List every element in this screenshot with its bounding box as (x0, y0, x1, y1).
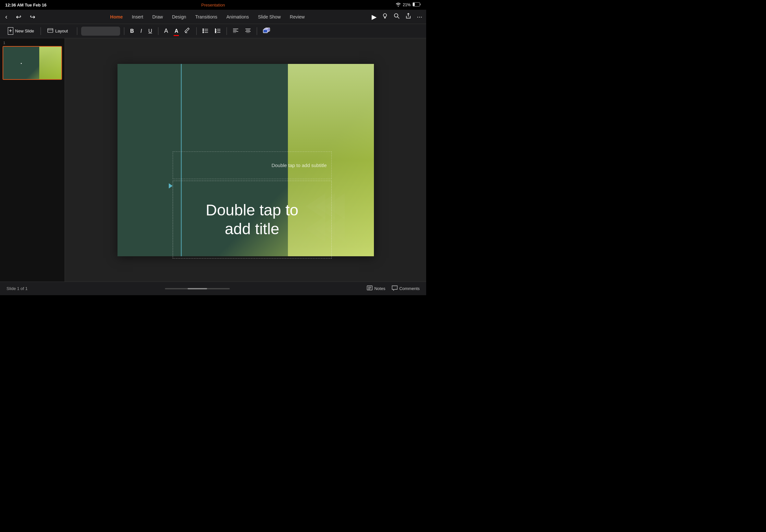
share-button[interactable] (405, 13, 412, 21)
svg-rect-31 (263, 30, 267, 33)
svg-point-4 (395, 14, 398, 17)
toolbar-divider-7 (257, 27, 257, 35)
tab-draw[interactable]: Draw (148, 13, 167, 21)
title-placeholder: Double tap toadd title (202, 198, 302, 241)
underline-button[interactable]: U (146, 27, 154, 35)
toolbar-divider-3 (124, 27, 124, 35)
undo-button[interactable]: ↩ (15, 12, 23, 22)
canvas-area[interactable]: Double tap to add subtitle Double tap to… (65, 38, 426, 282)
font-color-button[interactable]: A (173, 27, 180, 35)
comments-button[interactable]: Comments (392, 285, 420, 292)
bottom-actions: Notes Comments (367, 285, 420, 292)
status-bar: 12:36 AM Tue Feb 16 Presentation 21% (0, 0, 426, 10)
svg-rect-2 (420, 4, 421, 5)
layout-button[interactable]: Layout (45, 27, 70, 35)
highlight-button[interactable] (183, 26, 192, 36)
bullet-list-button[interactable] (201, 27, 210, 36)
lightbulb-button[interactable] (382, 13, 388, 21)
slide-thumbnail[interactable] (3, 46, 62, 80)
status-time: 12:36 AM Tue Feb 16 (5, 3, 46, 7)
toolbar-divider-6 (226, 27, 227, 35)
menu-bar: ‹ ↩ ↪ Home Insert Draw Design Transition… (0, 10, 426, 24)
notes-button[interactable]: Notes (367, 285, 385, 292)
font-size-button[interactable]: A (162, 26, 170, 36)
new-slide-button[interactable]: + New Slide (5, 26, 37, 36)
battery-icon: 21% (403, 3, 411, 7)
tab-animations[interactable]: Animations (222, 13, 252, 21)
scroll-bar-area (28, 288, 367, 289)
align-left-button[interactable] (231, 27, 240, 35)
new-slide-label: New Slide (15, 29, 34, 33)
bottom-bar: Slide 1 of 1 Notes Comment (0, 282, 426, 295)
app-title: Presentation (201, 3, 225, 7)
title-text-box[interactable]: Double tap toadd title (173, 181, 332, 259)
comments-icon (392, 285, 398, 292)
status-icons: 21% (396, 2, 421, 7)
bold-button[interactable]: B (128, 27, 136, 35)
main-layout: 1 (0, 38, 426, 282)
notes-label: Notes (374, 286, 385, 291)
menu-actions: ▶ ··· (371, 13, 422, 21)
subtitle-text-box[interactable]: Double tap to add subtitle (173, 151, 332, 179)
layers-button[interactable] (261, 26, 272, 36)
svg-point-10 (203, 30, 204, 31)
search-button[interactable] (394, 13, 400, 21)
font-selector[interactable] (81, 27, 120, 36)
slide-thumbnail-preview (3, 47, 61, 79)
svg-point-3 (383, 14, 387, 17)
slide-canvas[interactable]: Double tap to add subtitle Double tap to… (117, 64, 374, 256)
color-indicator (174, 35, 179, 36)
layout-icon (47, 28, 53, 34)
notes-icon (367, 285, 372, 292)
slide-panel: 1 (0, 38, 65, 282)
redo-button[interactable]: ↪ (29, 12, 37, 22)
toolbar-divider-2 (77, 27, 77, 35)
more-button[interactable]: ··· (417, 13, 422, 20)
numbered-list-button[interactable]: 1. 2. 3. (213, 27, 223, 36)
toolbar-divider-4 (158, 27, 158, 35)
thumb-dot (21, 63, 22, 64)
svg-text:3.: 3. (215, 31, 216, 33)
slide-indicator: Slide 1 of 1 (6, 286, 28, 291)
tab-slideshow[interactable]: Slide Show (254, 13, 285, 21)
svg-line-5 (398, 17, 399, 18)
drag-handle[interactable] (169, 183, 173, 188)
tab-transitions[interactable]: Transitions (191, 13, 221, 21)
tab-review[interactable]: Review (286, 13, 309, 21)
scroll-track (165, 288, 230, 289)
play-button[interactable]: ▶ (371, 13, 376, 21)
tab-design[interactable]: Design (168, 13, 190, 21)
subtitle-placeholder: Double tap to add subtitle (271, 163, 326, 168)
tab-home[interactable]: Home (106, 13, 127, 21)
menu-tabs: Home Insert Draw Design Transitions Anim… (43, 13, 372, 21)
toolbar-divider-1 (41, 27, 41, 35)
toolbar: + New Slide Layout B I U A A (0, 24, 426, 38)
italic-button[interactable]: I (139, 27, 144, 35)
tab-insert[interactable]: Insert (128, 13, 147, 21)
slide-number-label: 1 (3, 41, 62, 45)
svg-point-9 (203, 29, 204, 30)
wifi-icon (396, 3, 401, 7)
battery-shape (413, 2, 421, 7)
layout-label: Layout (55, 29, 68, 33)
toolbar-divider-5 (196, 27, 197, 35)
nav-buttons: ‹ ↩ ↪ (4, 12, 37, 22)
new-slide-icon: + (8, 27, 13, 35)
scroll-thumb[interactable] (188, 288, 207, 289)
thumb-green-panel (39, 47, 61, 79)
svg-rect-1 (413, 3, 415, 6)
align-center-button[interactable] (243, 27, 253, 35)
back-button[interactable]: ‹ (4, 12, 9, 22)
comments-label: Comments (399, 286, 420, 291)
svg-point-11 (203, 32, 204, 33)
svg-rect-6 (48, 29, 53, 32)
